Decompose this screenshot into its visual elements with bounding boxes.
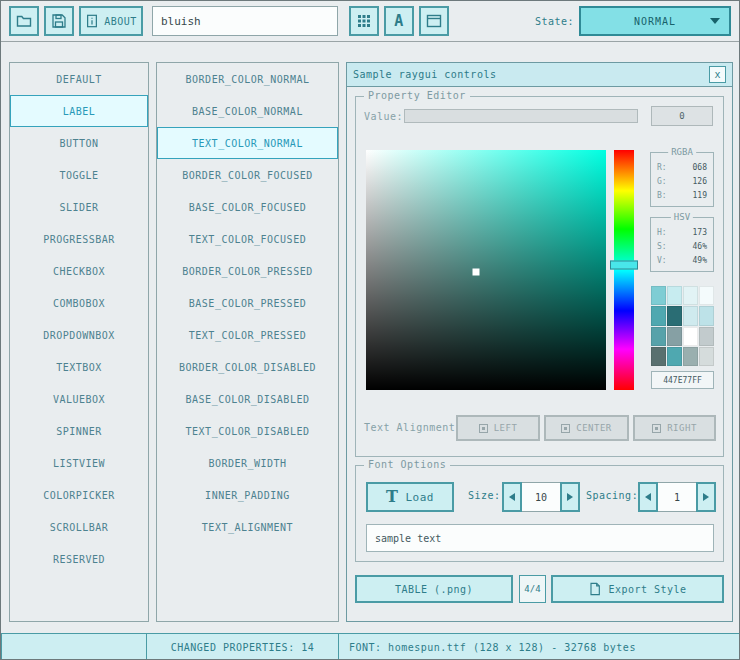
style-palette [651,286,714,366]
controls-list-item[interactable]: RESERVED [10,543,148,575]
controls-list-item[interactable]: COMBOBOX [10,287,148,319]
hsv-h-row: H: 173 [651,226,713,240]
hsv-v-row: V: 49% [651,254,713,268]
window-settings-button[interactable] [419,6,449,36]
load-style-button[interactable] [9,6,39,36]
properties-list-item[interactable]: BASE_COLOR_DISABLED [157,383,338,415]
properties-list-item[interactable]: BORDER_COLOR_PRESSED [157,255,338,287]
toolbar: ABOUT A State: NORMAL [1,1,739,42]
properties-list-item[interactable]: TEXT_COLOR_NORMAL [157,127,338,159]
properties-list-item[interactable]: BASE_COLOR_NORMAL [157,95,338,127]
palette-cell[interactable] [699,327,714,346]
value-box[interactable]: 0 [651,106,713,126]
font-options-label: Font Options [364,459,450,470]
palette-cell[interactable] [667,306,682,325]
state-dropdown[interactable]: NORMAL [579,6,731,36]
hsv-panel: HSV H: 173 S: 46% V: 49% [650,217,714,272]
spacing-value[interactable]: 1 [658,482,696,512]
controls-list-item[interactable]: DROPDOWNBOX [10,319,148,351]
export-table-label: TABLE (.png) [395,584,473,595]
property-editor-group: Property Editor Value: 0 RGBA R: 068 G: … [355,96,724,457]
close-icon: x [714,70,720,80]
controls-list-item[interactable]: VALUEBOX [10,383,148,415]
v-label: V: [657,254,667,268]
grid-icon [357,14,371,28]
save-style-button[interactable] [44,6,74,36]
align-center-icon [561,424,570,433]
properties-list-item[interactable]: BASE_COLOR_PRESSED [157,287,338,319]
controls-list-item[interactable]: LISTVIEW [10,447,148,479]
align-center-label: CENTER [576,423,612,433]
s-value: 46% [693,240,707,254]
palette-cell[interactable] [651,347,666,366]
size-increase-button[interactable] [560,482,580,512]
hsv-label: HSV [671,212,693,222]
spacing-increase-button[interactable] [696,482,716,512]
palette-cell[interactable] [667,286,682,305]
about-button[interactable]: ABOUT [79,6,143,36]
properties-list-item[interactable]: BORDER_WIDTH [157,447,338,479]
size-value[interactable]: 10 [522,482,560,512]
palette-cell[interactable] [683,327,698,346]
controls-list-item[interactable]: DEFAULT [10,63,148,95]
controls-list-item[interactable]: SCROLLBAR [10,511,148,543]
table-ratio-box[interactable]: 4/4 [519,575,546,603]
controls-list-item[interactable]: COLORPICKER [10,479,148,511]
hue-slider[interactable] [614,150,634,390]
controls-list-item[interactable]: TEXTBOX [10,351,148,383]
properties-list-item[interactable]: BORDER_COLOR_FOCUSED [157,159,338,191]
properties-list-item[interactable]: TEXT_COLOR_PRESSED [157,319,338,351]
controls-list-item[interactable]: CHECKBOX [10,255,148,287]
palette-cell[interactable] [651,327,666,346]
palette-cell[interactable] [683,347,698,366]
value-slider[interactable] [404,109,638,123]
color-picker-cursor[interactable] [473,269,480,276]
sample-window-titlebar[interactable]: Sample raygui controls x [347,63,732,87]
rgba-panel: RGBA R: 068 G: 126 B: 119 [650,152,714,207]
properties-list-item[interactable]: TEXT_COLOR_FOCUSED [157,223,338,255]
properties-list-item[interactable]: TEXT_ALIGNMENT [157,511,338,543]
palette-cell[interactable] [651,306,666,325]
controls-list-item[interactable]: SPINNER [10,415,148,447]
spacing-label: Spacing: [586,490,638,501]
hsv-s-row: S: 46% [651,240,713,254]
close-button[interactable]: x [709,66,726,83]
palette-cell[interactable] [699,306,714,325]
palette-cell[interactable] [699,347,714,366]
properties-list-item[interactable]: TEXT_COLOR_DISABLED [157,415,338,447]
palette-cell[interactable] [651,286,666,305]
palette-cell[interactable] [667,347,682,366]
properties-list-item[interactable]: INNER_PADDING [157,479,338,511]
palette-cell[interactable] [699,286,714,305]
font-load-button[interactable]: T Load [366,482,454,512]
controls-list-item[interactable]: PROGRESSBAR [10,223,148,255]
controls-list-item[interactable]: TOGGLE [10,159,148,191]
properties-list-item[interactable]: BORDER_COLOR_DISABLED [157,351,338,383]
hex-value-box[interactable]: 447E77FF [651,371,714,389]
palette-cell[interactable] [683,286,698,305]
rgba-r-row: R: 068 [651,161,713,175]
size-spinner: 10 [502,482,580,512]
align-right-button[interactable]: RIGHT [633,415,716,441]
left-arrow-icon [509,493,515,501]
style-table-button[interactable] [349,6,379,36]
properties-list-item[interactable]: BORDER_COLOR_NORMAL [157,63,338,95]
font-settings-button[interactable]: A [384,6,414,36]
controls-list-item[interactable]: LABEL [10,95,148,127]
color-picker-area[interactable] [366,150,606,390]
align-center-button[interactable]: CENTER [544,415,629,441]
properties-list-item[interactable]: BASE_COLOR_FOCUSED [157,191,338,223]
sample-text-input[interactable]: sample text [366,524,714,552]
spacing-decrease-button[interactable] [638,482,658,512]
palette-cell[interactable] [667,327,682,346]
controls-list-item[interactable]: SLIDER [10,191,148,223]
palette-cell[interactable] [683,306,698,325]
align-left-button[interactable]: LEFT [456,415,540,441]
size-decrease-button[interactable] [502,482,522,512]
controls-list-item[interactable]: BUTTON [10,127,148,159]
style-name-input[interactable] [152,6,338,36]
export-table-button[interactable]: TABLE (.png) [355,575,513,603]
right-arrow-icon [703,493,709,501]
export-style-button[interactable]: Export Style [551,575,724,603]
hue-slider-handle[interactable] [610,261,638,270]
